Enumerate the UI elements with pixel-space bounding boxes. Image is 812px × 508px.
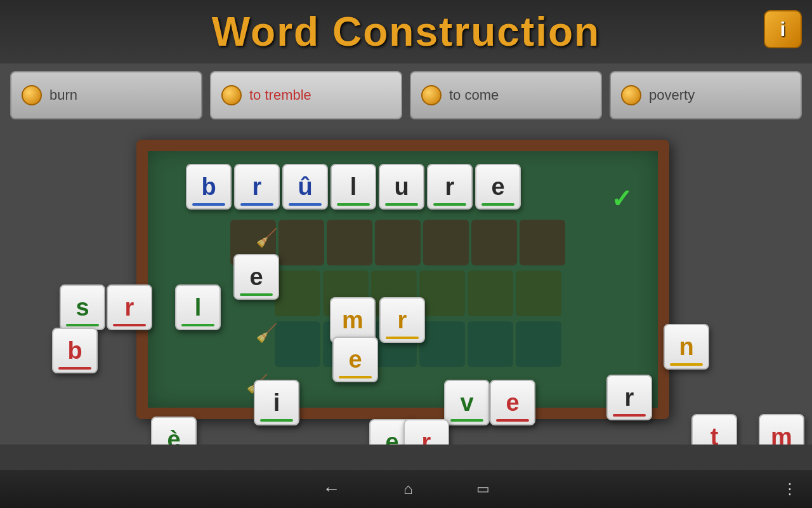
checkmark-icon: ✓ xyxy=(611,184,632,213)
letter-tile-e[interactable]: e xyxy=(475,164,521,210)
info-button[interactable]: i xyxy=(764,10,802,48)
board-slot xyxy=(375,220,421,265)
word-label: to tremble xyxy=(249,87,311,104)
completed-word-row: b r û l u r e xyxy=(186,164,639,210)
board-slot xyxy=(327,220,372,265)
board-slot xyxy=(516,321,561,367)
home-button[interactable]: ⌂ xyxy=(403,480,413,498)
board-slot xyxy=(275,271,320,316)
letter-tile-r[interactable]: r xyxy=(234,164,280,210)
board-slot xyxy=(520,220,565,265)
floating-tile-e-accent[interactable]: è xyxy=(151,417,197,444)
menu-button[interactable]: ⋮ xyxy=(782,480,799,498)
coin-icon xyxy=(621,85,641,105)
board-slot xyxy=(278,220,324,265)
word-label: poverty xyxy=(649,87,695,104)
word-label: burn xyxy=(49,87,77,104)
floating-tile-s[interactable]: s xyxy=(60,284,105,330)
board-slot xyxy=(468,271,513,316)
floating-tile-i[interactable]: i xyxy=(254,380,299,425)
word-label: to come xyxy=(449,87,499,104)
floating-tile-e-board1[interactable]: e xyxy=(233,254,279,300)
letter-tile-r2[interactable]: r xyxy=(427,164,473,210)
board-row-2 xyxy=(230,220,565,265)
coin-icon xyxy=(221,85,242,105)
board-slot xyxy=(419,321,465,367)
floating-tile-t[interactable]: t xyxy=(691,414,737,444)
floating-tile-e-board2[interactable]: e xyxy=(332,337,378,382)
board-slot xyxy=(275,321,320,367)
floating-tile-r-right[interactable]: r xyxy=(606,375,652,420)
floating-tile-e-bottom[interactable]: e xyxy=(490,380,535,425)
word-cards-row: burn to tremble to come poverty xyxy=(0,64,812,127)
board-slot xyxy=(423,220,469,265)
coin-icon xyxy=(421,85,442,105)
floating-tile-n[interactable]: n xyxy=(664,324,709,370)
eraser-icon: 🧹 xyxy=(256,323,278,344)
letter-tile-l[interactable]: l xyxy=(331,164,376,210)
game-area: b r û l u r e xyxy=(0,127,812,444)
letter-tile-b[interactable]: b xyxy=(186,164,232,210)
word-card-to-tremble[interactable]: to tremble xyxy=(210,71,402,119)
letter-tile-u[interactable]: u xyxy=(379,164,424,210)
recents-button[interactable]: ▭ xyxy=(476,481,490,497)
floating-tile-l[interactable]: l xyxy=(175,284,221,330)
nav-bar: ← ⌂ ▭ ⋮ xyxy=(0,470,812,508)
letter-tile-u-circ[interactable]: û xyxy=(282,164,328,210)
word-card-to-come[interactable]: to come xyxy=(410,71,602,119)
board-slot xyxy=(468,321,513,367)
floating-tile-v[interactable]: v xyxy=(444,380,490,425)
floating-tile-r-bottom[interactable]: r xyxy=(403,419,449,444)
word-card-burn[interactable]: burn xyxy=(10,71,202,119)
app-title: Word Construction xyxy=(212,8,600,55)
back-button[interactable]: ← xyxy=(322,479,340,499)
header: Word Construction i xyxy=(0,0,812,64)
coin-icon xyxy=(22,85,42,105)
chalkboard: b r û l u r e xyxy=(136,140,669,419)
board-slot xyxy=(471,220,517,265)
board-slot xyxy=(419,271,465,316)
eraser-icon: 🧹 xyxy=(256,227,278,248)
board-slot xyxy=(516,271,561,316)
word-card-poverty[interactable]: poverty xyxy=(610,71,802,119)
floating-tile-r-board[interactable]: r xyxy=(379,297,425,343)
floating-tile-m-right[interactable]: m xyxy=(759,414,804,444)
floating-tile-r-left[interactable]: r xyxy=(107,284,152,330)
floating-tile-b[interactable]: b xyxy=(52,328,98,373)
